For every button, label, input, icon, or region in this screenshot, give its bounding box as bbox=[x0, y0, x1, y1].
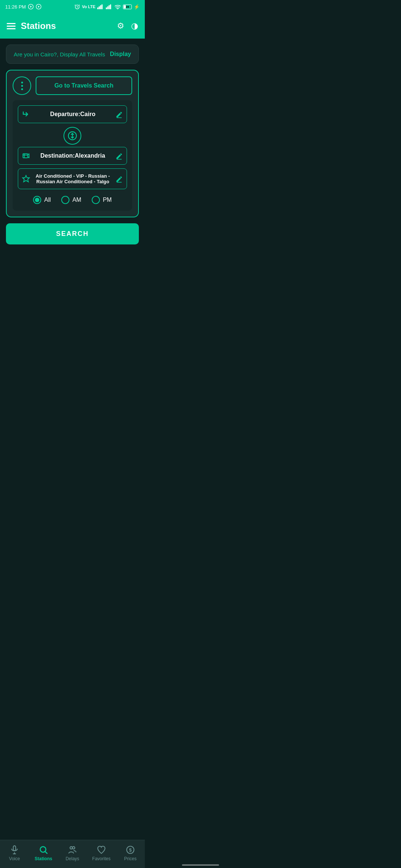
svg-marker-3 bbox=[38, 6, 39, 7]
dot3 bbox=[21, 88, 23, 90]
radio-label-all: All bbox=[44, 197, 51, 203]
radio-pm[interactable]: PM bbox=[92, 196, 112, 204]
svg-point-17 bbox=[117, 9, 118, 9]
svg-rect-11 bbox=[100, 5, 101, 9]
svg-rect-13 bbox=[106, 7, 107, 9]
destination-edit-icon[interactable] bbox=[115, 152, 123, 160]
dot2 bbox=[21, 85, 23, 87]
header-icons: ⚙ ◑ bbox=[117, 21, 138, 31]
svg-rect-15 bbox=[109, 5, 110, 9]
status-left: 11:26 PM bbox=[5, 4, 42, 10]
hamburger-line3 bbox=[7, 28, 16, 29]
location-banner: Are you in Cairo?, Display All Travels D… bbox=[6, 45, 139, 64]
alarm-icon bbox=[74, 4, 80, 10]
signal1-icon bbox=[97, 4, 104, 9]
status-right: Vo LTE 28 ⚡ bbox=[74, 4, 140, 10]
time-filter-group: All AM PM bbox=[18, 194, 127, 206]
svg-line-7 bbox=[75, 5, 75, 6]
swap-container bbox=[18, 127, 127, 145]
battery-indicator: 28 bbox=[123, 4, 132, 9]
battery-level: 28 bbox=[123, 5, 131, 9]
media2-icon bbox=[36, 4, 42, 10]
departure-text: Departure:Cairo bbox=[34, 111, 112, 118]
search-button[interactable]: SEARCH bbox=[6, 223, 139, 244]
swap-button[interactable] bbox=[63, 127, 81, 145]
departure-field[interactable]: Departure:Cairo bbox=[18, 105, 127, 123]
radio-circle-am bbox=[61, 196, 69, 204]
radio-all[interactable]: All bbox=[33, 196, 51, 204]
types-field[interactable]: Air Conditioned - VIP - Russian - Russia… bbox=[18, 168, 127, 189]
hamburger-line1 bbox=[7, 23, 16, 24]
wifi-icon bbox=[114, 4, 121, 9]
page-title: Stations bbox=[21, 21, 56, 31]
banner-text: Are you in Cairo?, Display All Travels bbox=[14, 51, 105, 57]
types-text: Air Conditioned - VIP - Russian - Russia… bbox=[34, 173, 112, 184]
status-bar: 11:26 PM Vo LTE 28 ⚡ bbox=[0, 0, 145, 13]
radio-circle-pm bbox=[92, 196, 100, 204]
destination-field[interactable]: Destination:Alexandria bbox=[18, 147, 127, 165]
radio-label-am: AM bbox=[72, 197, 81, 203]
svg-line-6 bbox=[77, 7, 78, 7]
svg-marker-28 bbox=[23, 175, 29, 182]
svg-rect-10 bbox=[99, 6, 100, 9]
header-left: Stations bbox=[7, 21, 56, 31]
types-edit-icon[interactable] bbox=[115, 175, 123, 183]
destination-text: Destination:Alexandria bbox=[34, 152, 112, 159]
app-header: Stations ⚙ ◑ bbox=[0, 13, 145, 39]
display-button[interactable]: Display bbox=[110, 51, 131, 57]
go-to-travels-search-button[interactable]: Go to Travels Search bbox=[36, 76, 132, 95]
svg-marker-1 bbox=[30, 6, 32, 7]
svg-rect-9 bbox=[97, 7, 98, 9]
svg-rect-14 bbox=[107, 6, 108, 9]
types-icon bbox=[22, 175, 30, 183]
media-icon bbox=[28, 4, 34, 10]
theme-icon[interactable]: ◑ bbox=[131, 21, 138, 31]
bolt-icon: ⚡ bbox=[134, 4, 140, 10]
menu-button[interactable] bbox=[7, 23, 16, 29]
svg-rect-16 bbox=[110, 4, 111, 9]
hamburger-line2 bbox=[7, 26, 16, 27]
svg-rect-12 bbox=[101, 4, 102, 9]
svg-line-8 bbox=[79, 5, 79, 6]
departure-icon bbox=[22, 110, 30, 118]
departure-edit-icon[interactable] bbox=[115, 110, 123, 118]
dot1 bbox=[21, 82, 23, 83]
radio-am[interactable]: AM bbox=[61, 196, 81, 204]
settings-icon[interactable]: ⚙ bbox=[117, 21, 124, 31]
svg-rect-24 bbox=[23, 154, 28, 158]
search-card-top: Go to Travels Search bbox=[13, 76, 132, 95]
radio-label-pm: PM bbox=[103, 197, 112, 203]
inner-search-card: Departure:Cairo bbox=[13, 100, 132, 211]
options-button[interactable] bbox=[13, 76, 31, 95]
radio-circle-all bbox=[33, 196, 41, 204]
main-content: Are you in Cairo?, Display All Travels D… bbox=[0, 39, 145, 255]
lte-label: Vo LTE bbox=[82, 4, 95, 9]
time: 11:26 PM bbox=[5, 4, 26, 10]
search-card: Go to Travels Search Departure:Cairo bbox=[6, 70, 139, 217]
signal2-icon bbox=[106, 4, 113, 9]
destination-icon bbox=[22, 152, 30, 160]
